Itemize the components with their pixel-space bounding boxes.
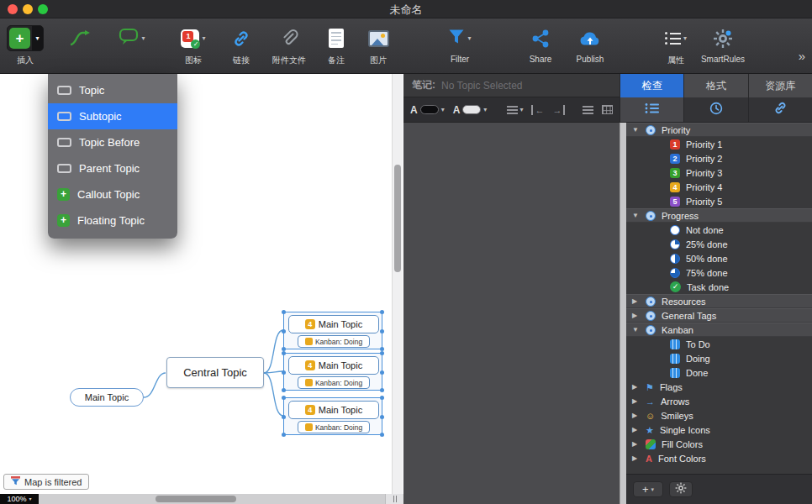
- splitter-grip[interactable]: [385, 494, 403, 504]
- toolbar-overflow-chevron[interactable]: »: [799, 49, 805, 63]
- tree-group-arrows[interactable]: ▶→Arrows: [626, 394, 812, 408]
- tree-item-priority-3[interactable]: 3Priority 3: [626, 165, 812, 180]
- menu-item-parent-topic[interactable]: Parent Topic: [48, 155, 177, 181]
- menu-item-floating-topic[interactable]: +Floating Topic: [48, 207, 177, 234]
- tree-group-flags[interactable]: ▶⚑Flags: [626, 380, 812, 394]
- selected-topic-group[interactable]: 4Main TopicKanban: Doing: [283, 353, 382, 391]
- menu-item-subtopic[interactable]: Subtopic: [48, 103, 177, 129]
- tree-item-to-do[interactable]: To Do: [626, 337, 812, 351]
- tree-item-task-done[interactable]: ✓Task done: [626, 280, 812, 294]
- tree-group-smileys[interactable]: ▶☺Smileys: [626, 408, 812, 423]
- disclosure-right-icon[interactable]: ▶: [632, 440, 642, 448]
- zoom-control[interactable]: 100%▾: [0, 494, 39, 504]
- toolbar-icons[interactable]: 1✓▾ 图标: [164, 24, 223, 65]
- kanban-tag-node[interactable]: Kanban: Doing: [298, 421, 370, 433]
- tree-item-priority-2[interactable]: 2Priority 2: [626, 151, 812, 165]
- selection-handle[interactable]: [380, 351, 384, 355]
- toolbar-link[interactable]: 链接: [224, 24, 259, 65]
- highlight-color-button[interactable]: A▾: [453, 104, 488, 116]
- selection-handle[interactable]: [380, 370, 384, 375]
- disclosure-right-icon[interactable]: ▶: [632, 426, 642, 433]
- tab-format[interactable]: 格式: [683, 74, 747, 97]
- disclosure-right-icon[interactable]: ▶: [632, 297, 642, 305]
- tree-group-kanban[interactable]: ▼Kanban: [626, 323, 812, 337]
- central-topic-node[interactable]: Central Topic: [166, 357, 264, 388]
- selection-handle[interactable]: [282, 370, 286, 375]
- selection-handle[interactable]: [380, 329, 384, 333]
- selection-handle[interactable]: [282, 396, 286, 400]
- disclosure-right-icon[interactable]: ▶: [632, 383, 642, 391]
- kanban-tag-node[interactable]: Kanban: Doing: [298, 335, 370, 348]
- tab-recent[interactable]: [683, 97, 747, 122]
- toolbar-attachments[interactable]: 附件文件: [263, 24, 315, 65]
- list-style-button[interactable]: [583, 106, 593, 114]
- selection-handle[interactable]: [380, 388, 384, 392]
- tab-links[interactable]: [748, 97, 812, 122]
- tree-group-resources[interactable]: ▶Resources: [626, 294, 812, 308]
- tree-group-general-tags[interactable]: ▶General Tags: [626, 308, 812, 323]
- main-topic-left-node[interactable]: Main Topic: [70, 388, 144, 407]
- selection-handle[interactable]: [282, 388, 286, 392]
- tree-group-font-colors[interactable]: ▶AFont Colors: [626, 451, 812, 465]
- selection-handle[interactable]: [282, 433, 286, 437]
- disclosure-down-icon[interactable]: ▼: [632, 126, 642, 134]
- toolbar-notes[interactable]: 备注: [319, 24, 353, 65]
- selection-handle[interactable]: [380, 396, 384, 400]
- toolbar-smartrules[interactable]: SmartRules: [693, 24, 753, 65]
- tab-inspect[interactable]: 检查: [620, 74, 683, 97]
- selection-handle[interactable]: [282, 351, 286, 355]
- tree-item-25-done[interactable]: 25% done: [626, 237, 812, 251]
- horizontal-scroll-thumb[interactable]: [156, 496, 236, 502]
- toolbar-publish[interactable]: Publish: [562, 24, 618, 65]
- selection-handle[interactable]: [380, 415, 384, 419]
- tree-item-75-done[interactable]: 75% done: [626, 265, 812, 280]
- kanban-tag-node[interactable]: Kanban: Doing: [298, 376, 370, 389]
- disclosure-right-icon[interactable]: ▶: [632, 397, 642, 405]
- add-icon-button[interactable]: +▾: [633, 481, 663, 497]
- tab-tag-list[interactable]: [620, 97, 683, 122]
- tree-item-not-done[interactable]: Not done: [626, 223, 812, 237]
- disclosure-right-icon[interactable]: ▶: [632, 312, 642, 319]
- toolbar-relationship[interactable]: [63, 24, 97, 65]
- map-filtered-badge[interactable]: Map is filtered: [3, 474, 89, 490]
- tree-item-doing[interactable]: Doing: [626, 351, 812, 365]
- tree-item-priority-5[interactable]: 5Priority 5: [626, 194, 812, 208]
- notes-editor[interactable]: [403, 123, 620, 504]
- tree-group-priority[interactable]: ▼Priority: [626, 123, 812, 137]
- toolbar-share[interactable]: Share: [515, 24, 566, 65]
- table-button[interactable]: [602, 105, 613, 114]
- menu-item-topic-before[interactable]: Topic Before: [48, 129, 177, 155]
- disclosure-right-icon[interactable]: ▶: [632, 412, 642, 419]
- tree-group-fill-colors[interactable]: ▶Fill Colors: [626, 437, 812, 451]
- main-topic-node[interactable]: 4Main Topic: [288, 356, 379, 375]
- canvas-vertical-scrollbar[interactable]: [392, 74, 403, 494]
- notes-bar[interactable]: 笔记: No Topic Selected: [403, 74, 620, 97]
- menu-item-callout-topic[interactable]: +Callout Topic: [48, 181, 177, 207]
- indent-decrease-button[interactable]: ←: [531, 105, 544, 115]
- main-topic-node[interactable]: 4Main Topic: [288, 401, 379, 419]
- tree-item-priority-1[interactable]: 1Priority 1: [626, 137, 812, 151]
- disclosure-down-icon[interactable]: ▼: [632, 212, 642, 219]
- tree-item-done[interactable]: Done: [626, 365, 812, 380]
- tree-item-priority-4[interactable]: 4Priority 4: [626, 180, 812, 194]
- font-color-button[interactable]: A▾: [410, 104, 445, 116]
- indent-increase-button[interactable]: →: [552, 105, 565, 115]
- selected-topic-group[interactable]: 4Main TopicKanban: Doing: [283, 397, 382, 435]
- settings-button[interactable]: [669, 481, 693, 497]
- selection-handle[interactable]: [282, 310, 286, 314]
- toolbar-image[interactable]: 图片: [358, 24, 398, 65]
- paragraph-style-button[interactable]: ▾: [507, 106, 523, 114]
- toolbar-insert[interactable]: +▾ 插入: [5, 24, 45, 65]
- disclosure-right-icon[interactable]: ▶: [632, 454, 642, 462]
- selection-handle[interactable]: [380, 433, 384, 437]
- selection-handle[interactable]: [380, 310, 384, 314]
- selection-handle[interactable]: [282, 415, 286, 419]
- selected-topic-group[interactable]: 4Main TopicKanban: Doing: [283, 312, 382, 349]
- main-topic-node[interactable]: 4Main Topic: [288, 315, 379, 333]
- tree-group-single-icons[interactable]: ▶★Single Icons: [626, 423, 812, 437]
- disclosure-down-icon[interactable]: ▼: [632, 326, 642, 333]
- tree-item-50-done[interactable]: 50% done: [626, 251, 812, 265]
- selection-handle[interactable]: [282, 329, 286, 333]
- vertical-scroll-thumb[interactable]: [394, 165, 401, 272]
- menu-item-topic[interactable]: Topic: [48, 77, 177, 103]
